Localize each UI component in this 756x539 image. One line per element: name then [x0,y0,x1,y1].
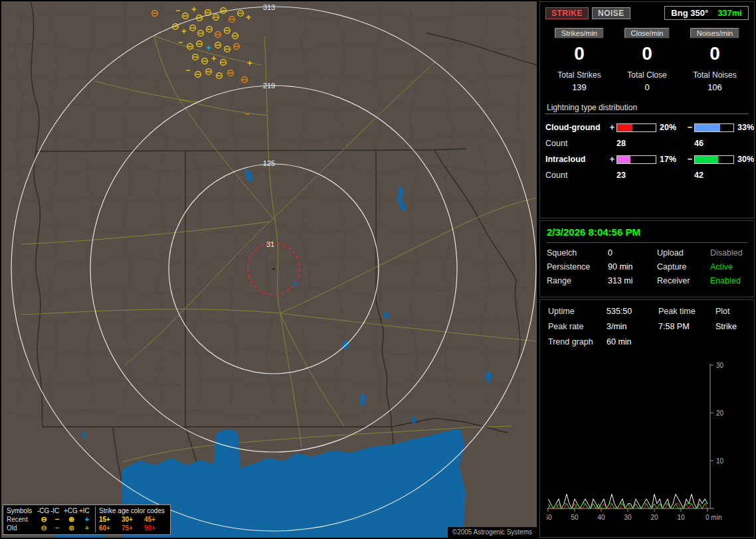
legend-old-label: Old [7,524,37,532]
distance-value: 337mi [717,8,742,18]
ic-count-label: Count [545,171,608,180]
cg-minus-bar [694,123,734,132]
close-per-min-column: Close/min 0 Total Close 0 [613,27,681,92]
sensor-location-marker [272,268,274,270]
strikes-per-min-value: 0 [545,43,613,64]
counters-panel: STRIKE NOISE Bng 350° 337mi Strikes/min … [539,1,755,218]
persistence-label: Persistence [547,262,608,271]
county-boundaries [1,1,526,416]
neg-cg-old-icon: ⊖ [37,524,50,532]
legend-recent-label: Recent [7,515,37,524]
squelch-value: 0 [608,248,657,258]
plot-value: Strike [715,322,750,331]
ic-plus-pct: 17% [656,155,686,164]
uptime-label: Uptime [548,307,607,316]
peak-time-label: Peak time [658,307,715,316]
intracloud-count-row: Count 23 42 [545,167,749,183]
age-75: 75+ [122,524,144,532]
peak-rate-value: 3/min [607,322,658,331]
legend-symbols-header: Symbols [7,506,37,515]
cg-minus-count: 46 [694,139,734,148]
noises-per-min-button[interactable]: Noises/min [690,28,739,38]
svg-text:60: 60 [547,514,552,521]
minus-sign: − [686,123,694,132]
svg-text:219: 219 [263,82,275,90]
legend-col-ncg: -CG [37,506,50,515]
strikes-per-min-button[interactable]: Strikes/min [555,28,604,38]
peak-rate-label: Peak rate [548,322,607,331]
pos-cg-old-icon: ⊕ [64,524,79,532]
neg-ic-recent-icon: − [50,515,64,524]
squelch-label: Squelch [547,248,608,258]
persistence-value: 90 min [608,262,657,271]
neg-ic-old-icon: − [50,524,64,532]
total-noises-label: Total Noises [681,70,749,80]
range-value: 313 mi [608,276,657,285]
total-close-label: Total Close [613,70,681,80]
minus-sign: − [686,155,694,164]
svg-text:20: 20 [716,410,724,417]
strikes-per-min-column: Strikes/min 0 Total Strikes 139 [545,27,613,92]
state-borders [31,1,537,494]
cg-count-label: Count [545,139,608,148]
legend-col-nic: -IC [50,506,64,515]
noises-per-min-column: Noises/min 0 Total Noises 106 [681,27,749,92]
total-close-value: 0 [613,82,681,92]
mode-toggle-row: STRIKE NOISE Bng 350° 337mi [545,6,749,20]
svg-text:20: 20 [650,514,658,521]
age-90: 90+ [144,524,167,532]
capture-status: Active [710,262,747,271]
close-per-min-button[interactable]: Close/min [624,28,670,38]
trend-axes: 3020106050403020100 min [547,362,724,521]
ic-plus-bar [616,155,656,164]
strike-mode-button[interactable]: STRIKE [545,7,589,19]
upload-label: Upload [657,248,710,258]
cg-plus-bar [616,123,656,132]
map-canvas[interactable]: 31321912531 [1,1,537,538]
plus-sign: + [608,123,616,132]
svg-text:10: 10 [716,457,724,465]
svg-text:40: 40 [597,514,605,521]
upload-status: Disabled [710,248,747,258]
receiver-label: Receiver [657,276,710,285]
ic-minus-count: 42 [694,171,734,180]
rate-counters: Strikes/min 0 Total Strikes 139 Close/mi… [545,27,749,92]
cloud-ground-count-row: Count 28 46 [545,135,749,151]
roads [21,36,537,462]
svg-text:0 min: 0 min [706,514,721,521]
status-grid: Squelch 0 Upload Disabled Persistence 90… [547,248,747,285]
ic-minus-bar [694,155,734,164]
trend-graph-value: 60 min [607,337,658,346]
cloud-ground-row: Cloud-ground + 20% − 33% [545,119,749,135]
svg-text:313: 313 [263,3,275,11]
legend-col-pic: +IC [79,506,95,515]
pos-cg-recent-icon: ⊕ [64,515,79,524]
total-strikes-label: Total Strikes [545,70,613,80]
intracloud-row: Intracloud + 17% − 30% [545,151,749,167]
receiver-status: Enabled [710,276,747,285]
cg-plus-pct: 20% [656,123,686,132]
peak-time-value: 7:58 PM [658,322,715,331]
copyright-notice: ©2005 Astrogenic Systems [448,527,537,538]
close-per-min-value: 0 [613,43,681,64]
stats-grid: Uptime 535:50 Peak time Plot Peak rate 3… [548,307,750,346]
map-legend: Symbols -CG -IC +CG +IC Strike age color… [3,504,171,535]
total-strikes-value: 139 [545,82,613,92]
status-panel: 2/3/2026 8:04:56 PM Squelch 0 Upload Dis… [539,220,755,297]
svg-text:31: 31 [266,240,274,248]
distribution-title: Lightning type distribution [547,103,749,112]
water-bodies [24,169,492,538]
lightning-map[interactable]: 31321912531 Symbols -CG -IC +CG +IC Stri… [1,1,537,538]
range-label: Range [547,276,608,285]
ic-plus-count: 23 [616,171,656,180]
total-noises-value: 106 [681,82,749,92]
plot-label: Plot [715,307,750,316]
pos-ic-recent-icon: + [79,515,95,524]
legend-age-header: Strike age color codes [95,506,167,515]
trend-graph-label: Trend graph [548,337,607,346]
age-60: 60+ [95,524,122,532]
sidebar: STRIKE NOISE Bng 350° 337mi Strikes/min … [539,1,755,538]
noise-mode-button[interactable]: NOISE [592,7,630,19]
cg-minus-pct: 33% [734,123,755,132]
age-30: 30+ [122,515,144,524]
